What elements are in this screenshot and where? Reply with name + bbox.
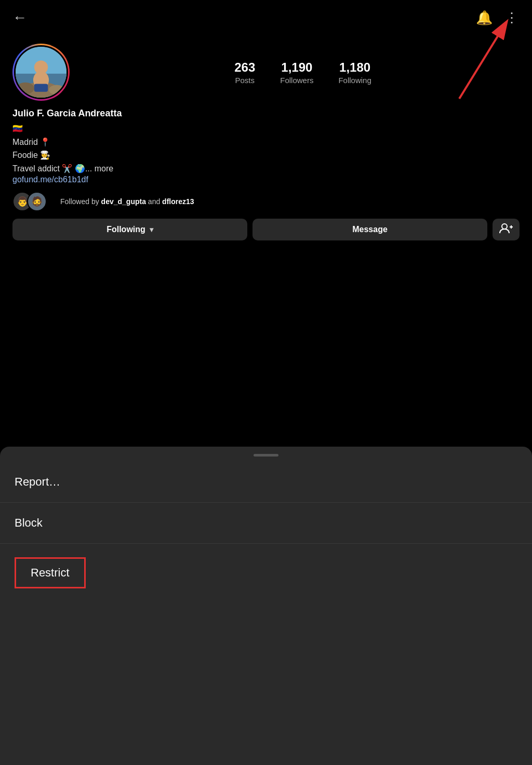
mutual-avatar-2: 🧔 xyxy=(27,192,47,211)
following-label: Following xyxy=(107,225,145,234)
svg-point-6 xyxy=(49,85,64,95)
mutual-user1: dev_d_gupta xyxy=(101,197,146,206)
profile-top: 263 Posts 1,190 Followers 1,180 Followin… xyxy=(12,44,520,101)
followers-label: Followers xyxy=(280,76,313,85)
block-item[interactable]: Block xyxy=(0,503,532,544)
action-buttons: Following ▾ Message xyxy=(12,219,520,249)
stat-following[interactable]: 1,180 Following xyxy=(338,60,371,85)
following-label: Following xyxy=(338,76,371,85)
svg-point-8 xyxy=(34,60,48,74)
bio-location: Madrid 📍 xyxy=(12,136,520,149)
bio-flag: 🇻🇪 xyxy=(12,122,520,136)
following-count: 1,180 xyxy=(338,60,371,75)
stats-section: 263 Posts 1,190 Followers 1,180 Followin… xyxy=(86,60,520,85)
add-person-icon xyxy=(499,223,513,237)
restrict-wrapper: Restrict xyxy=(0,544,532,602)
more-options-icon[interactable]: ⋮ xyxy=(505,10,520,26)
mutual-user2: dflorez13 xyxy=(162,197,194,206)
bio-link[interactable]: gofund.me/cb61b1df xyxy=(12,175,88,184)
bio-section: Julio F. Garcia Andreatta 🇻🇪 Madrid 📍 Fo… xyxy=(12,108,520,184)
chevron-down-icon: ▾ xyxy=(150,225,153,234)
bell-icon[interactable]: 🔔 xyxy=(476,10,493,26)
avatar xyxy=(14,45,68,99)
nav-right-icons: 🔔 ⋮ xyxy=(476,10,520,26)
bio-foodie: Foodie 🧑‍🍳 xyxy=(12,149,520,162)
posts-label: Posts xyxy=(234,76,255,85)
avatar-ring[interactable] xyxy=(12,44,70,101)
message-button[interactable]: Message xyxy=(252,219,487,240)
back-button[interactable]: ← xyxy=(12,9,27,26)
svg-rect-9 xyxy=(34,84,48,92)
svg-point-5 xyxy=(17,83,34,95)
mutual-avatars: 👨 🧔 xyxy=(12,192,47,211)
stat-followers[interactable]: 1,190 Followers xyxy=(280,60,313,85)
following-button[interactable]: Following ▾ xyxy=(12,219,247,240)
bottom-sheet: Report… Block Restrict xyxy=(0,447,532,765)
report-item[interactable]: Report… xyxy=(0,462,532,503)
svg-point-10 xyxy=(502,224,507,229)
profile-section: 263 Posts 1,190 Followers 1,180 Followin… xyxy=(0,35,532,249)
bio-travel: Travel addict ✂️ 🌍... more xyxy=(12,162,520,176)
mutual-text: Followed by dev_d_gupta and dflorez13 xyxy=(60,197,194,206)
stat-posts[interactable]: 263 Posts xyxy=(234,60,255,85)
add-friend-button[interactable] xyxy=(493,219,520,240)
avatar-image xyxy=(16,47,66,98)
sheet-handle xyxy=(254,454,278,457)
top-nav: ← 🔔 ⋮ xyxy=(0,0,532,35)
posts-count: 263 xyxy=(234,60,255,75)
followers-count: 1,190 xyxy=(280,60,313,75)
display-name: Julio F. Garcia Andreatta xyxy=(12,108,520,119)
restrict-item[interactable]: Restrict xyxy=(15,557,86,588)
mutual-followers[interactable]: 👨 🧔 Followed by dev_d_gupta and dflorez1… xyxy=(12,192,520,211)
